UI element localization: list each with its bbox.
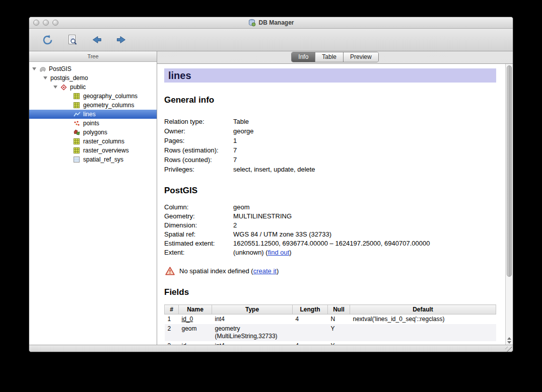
minimize-button[interactable] <box>43 20 49 26</box>
tree-item-label: lines <box>83 111 96 118</box>
info-row: Relation type:Table <box>164 117 496 126</box>
scrollbar-thumb[interactable] <box>507 65 512 277</box>
refresh-button[interactable] <box>38 32 56 48</box>
tab-label: Preview <box>350 53 372 60</box>
tree-item-geometry-columns[interactable]: geometry_columns <box>29 101 157 110</box>
tree-item-label: polygons <box>83 129 107 136</box>
tree-item-points[interactable]: points <box>29 119 157 128</box>
info-value: MULTILINESTRING <box>233 212 292 221</box>
info-value: Table <box>233 117 249 126</box>
export-to-file-button[interactable] <box>112 32 130 48</box>
detail-panel: Info Table Preview lines General info Re… <box>157 51 513 345</box>
info-label: Column: <box>164 203 233 212</box>
find-out-link[interactable]: find out <box>268 249 290 256</box>
tree-item-label: raster_columns <box>83 138 124 145</box>
toolbar <box>29 29 513 51</box>
close-button[interactable] <box>33 20 39 26</box>
field-length: 4 <box>293 341 328 345</box>
warning-icon <box>165 267 175 275</box>
info-value: geom <box>233 203 250 212</box>
scroll-up-arrow-icon[interactable] <box>507 337 511 340</box>
zoom-button[interactable] <box>52 20 58 26</box>
field-name-link[interactable]: id_0 <box>182 316 193 323</box>
tab-table[interactable]: Table <box>315 52 344 62</box>
tree-item-raster-overviews[interactable]: raster_overviews <box>29 146 157 155</box>
extent-row: Extent: (unknown) (find out) <box>164 248 496 257</box>
info-label: Estimated extent: <box>164 239 233 248</box>
tab-bar: Info Table Preview <box>157 51 513 63</box>
info-row: Rows (estimation):7 <box>164 145 496 155</box>
info-row: Spatial ref:WGS 84 / UTM zone 33S (32733… <box>164 230 496 239</box>
info-label: Dimension: <box>164 221 233 230</box>
info-label: Extent: <box>164 248 233 257</box>
postgis-icon <box>39 65 47 72</box>
info-row: Dimension:2 <box>164 221 496 230</box>
import-layer-button[interactable] <box>88 32 106 48</box>
column-header-default: Default <box>350 305 496 315</box>
vertical-scrollbar[interactable] <box>505 64 513 345</box>
tree-item-polygons[interactable]: polygons <box>29 128 157 137</box>
general-info-rows: Relation type:Table Owner:george Pages:1… <box>164 117 496 174</box>
tree-item-label: postgis_demo <box>50 74 88 82</box>
field-length: 4 <box>293 315 328 325</box>
tab-label: Info <box>298 53 308 60</box>
main-split: Tree PostGIS postgis_demo <box>29 51 513 345</box>
field-row: 2 geom geometry (MultiLineString,32733) … <box>165 324 496 341</box>
postgis-rows: Column:geom Geometry:MULTILINESTRING Dim… <box>164 203 496 257</box>
info-row: Owner:george <box>164 126 496 136</box>
info-value: 1 <box>233 136 237 145</box>
line-layer-icon <box>74 111 81 118</box>
export-arrow-icon <box>115 35 127 45</box>
field-num: 1 <box>165 315 179 325</box>
tree-item-spatial-ref-sys[interactable]: spatial_ref_sys <box>29 155 157 164</box>
status-bar <box>29 345 513 352</box>
info-label: Relation type: <box>164 117 233 126</box>
tab-preview[interactable]: Preview <box>344 52 378 62</box>
refresh-icon <box>42 34 53 46</box>
tree-item-label: PostGIS <box>49 65 72 72</box>
scroll-down-arrow-icon[interactable] <box>507 341 511 344</box>
info-value: george <box>233 126 253 136</box>
field-null: Y <box>328 324 350 341</box>
tree-item-label: geometry_columns <box>83 102 134 109</box>
disclosure-triangle-icon[interactable] <box>32 67 36 70</box>
tab-info[interactable]: Info <box>292 52 315 62</box>
tree-item-postgis[interactable]: PostGIS <box>29 64 157 73</box>
tree-item-public[interactable]: public <box>29 83 157 92</box>
db-manager-icon <box>248 19 256 27</box>
info-label: Rows (estimation): <box>164 145 233 155</box>
field-num: 3 <box>165 341 179 345</box>
table-title-banner: lines <box>164 68 496 83</box>
disclosure-triangle-icon[interactable] <box>43 76 47 80</box>
tree-item-raster-columns[interactable]: raster_columns <box>29 137 157 146</box>
resize-grip[interactable] <box>505 347 512 352</box>
tree-item-postgis-demo[interactable]: postgis_demo <box>29 73 157 83</box>
tree-item-lines[interactable]: lines <box>29 110 157 119</box>
tree-item-label: raster_overviews <box>83 147 129 154</box>
field-default: nextval('lines_id_0_seq'::regclass) <box>350 315 496 325</box>
create-index-link[interactable]: create it <box>253 267 277 275</box>
tab-label: Table <box>322 53 336 60</box>
sql-window-button[interactable] <box>63 32 81 48</box>
window-title-text: DB Manager <box>258 19 294 26</box>
info-value: select, insert, update, delete <box>233 165 315 174</box>
field-type: geometry (MultiLineString,32733) <box>212 324 293 341</box>
fields-header-row: # Name Type Length Null Default <box>165 305 496 315</box>
info-row: Pages:1 <box>164 136 496 145</box>
info-label: Pages: <box>164 136 233 145</box>
field-default <box>350 341 496 345</box>
info-value: 1620551.12500, 6936774.00000 – 1624197.2… <box>233 239 430 248</box>
table-icon <box>74 147 81 154</box>
tree-item-geography-columns[interactable]: geography_columns <box>29 92 157 101</box>
title-bar[interactable]: DB Manager <box>29 17 513 29</box>
field-length <box>293 324 328 341</box>
info-row: Column:geom <box>164 203 496 212</box>
window-controls <box>33 20 58 26</box>
info-label: Privileges: <box>164 165 233 174</box>
table-icon <box>74 102 81 109</box>
tabs-segmented-control: Info Table Preview <box>291 52 378 62</box>
sql-window-icon <box>67 34 78 46</box>
column-header-num: # <box>165 305 179 315</box>
disclosure-triangle-icon[interactable] <box>53 86 57 89</box>
info-label: Owner: <box>164 126 233 136</box>
